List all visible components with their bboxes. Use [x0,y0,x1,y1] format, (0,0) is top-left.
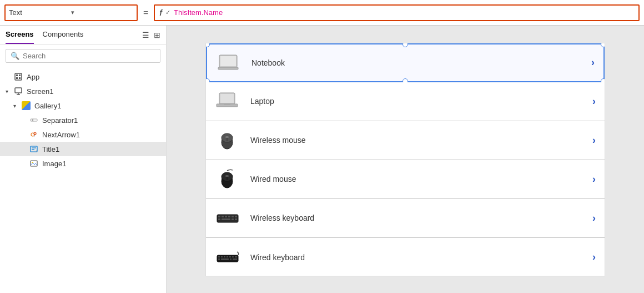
sidebar-item-nextarrow1[interactable]: + NextArrow1 [0,127,166,142]
tab-screens[interactable]: Screens [6,30,34,44]
svg-rect-37 [228,216,230,217]
handle-tr [601,43,605,47]
svg-rect-4 [19,77,21,79]
search-input[interactable] [23,52,155,60]
formula-chevron[interactable]: ✓ [165,9,170,16]
property-chevron[interactable]: ▾ [71,9,133,16]
gallery-container: Notebook › Laptop › [205,43,605,276]
wireless-mouse-arrow[interactable]: › [592,135,596,146]
svg-rect-19 [220,56,236,66]
notebook-arrow[interactable]: › [591,57,595,68]
svg-rect-0 [15,73,22,80]
wireless-mouse-image [215,129,242,151]
svg-rect-20 [218,67,238,69]
title-icon [29,144,39,154]
sidebar-item-separator1[interactable]: Separator1 [0,113,166,127]
sidebar-tab-icons: ☰ ⊞ [142,31,160,44]
formula-bar[interactable]: f ✓ ThisItem.Name [154,4,640,21]
svg-rect-55 [233,259,237,260]
separator1-label: Separator1 [42,116,78,125]
property-label: Text [9,8,71,17]
sidebar: Screens Components ☰ ⊞ 🔍 App [0,26,167,293]
svg-rect-16 [31,161,37,166]
screen1-arrow: ▾ [6,88,11,95]
sidebar-item-gallery1[interactable]: ▾ Gallery1 [0,98,166,113]
svg-rect-34 [218,216,220,217]
sidebar-item-app[interactable]: App [0,69,166,84]
wired-keyboard-image [215,246,242,269]
sidebar-item-image1[interactable]: Image1 [0,156,166,171]
wired-mouse-arrow[interactable]: › [592,173,596,185]
notebook-image [216,52,243,74]
wired-keyboard-name: Wired keyboard [250,253,592,262]
svg-rect-47 [224,256,225,257]
gallery-item-wired-keyboard[interactable]: Wired keyboard › [206,238,605,276]
equals-sign: = [141,8,150,18]
svg-rect-42 [232,218,234,220]
tree-container: App ▾ Screen1 ▾ Gallery1 [0,67,166,293]
title1-label: Title1 [42,145,59,153]
gallery-item-wired-mouse[interactable]: Wired mouse › [206,160,605,199]
wireless-keyboard-name: Wireless keyboard [250,213,592,222]
svg-rect-48 [227,256,228,257]
svg-rect-22 [220,94,234,103]
formula-icon: f [159,8,162,17]
svg-rect-3 [16,77,18,79]
wired-mouse-image [215,168,242,190]
wired-mouse-name: Wired mouse [250,175,592,183]
main-layout: Screens Components ☰ ⊞ 🔍 App [0,26,644,293]
gallery-item-laptop[interactable]: Laptop › [206,82,605,121]
tab-components[interactable]: Components [43,30,84,44]
gallery-item-notebook[interactable]: Notebook › [206,43,605,82]
sidebar-search[interactable]: 🔍 [6,49,160,63]
sidebar-item-screen1[interactable]: ▾ Screen1 [0,84,166,98]
property-selector[interactable]: Text ▾ [4,4,138,21]
svg-rect-46 [221,256,223,257]
screen-icon [13,86,23,96]
svg-rect-41 [222,218,230,220]
svg-rect-2 [19,75,21,76]
laptop-name: Laptop [250,97,592,106]
svg-rect-32 [225,175,229,177]
svg-text:+: + [34,134,36,137]
notebook-name: Notebook [251,58,591,67]
gallery-item-wireless-mouse[interactable]: Wireless mouse › [206,121,605,160]
laptop-image [215,90,242,112]
svg-rect-40 [218,218,220,220]
svg-rect-36 [225,216,227,217]
sidebar-item-title1[interactable]: Title1 [0,142,166,156]
svg-rect-28 [225,136,229,138]
list-view-icon[interactable]: ☰ [142,31,149,39]
svg-rect-52 [218,259,220,260]
svg-rect-39 [235,216,237,217]
wired-keyboard-arrow[interactable]: › [592,251,596,263]
svg-rect-49 [229,256,231,257]
svg-rect-24 [224,104,230,105]
screen1-label: Screen1 [27,87,53,96]
separator-icon [29,115,39,125]
handle-tl [205,43,210,47]
handle-tc [402,43,408,47]
top-bar: Text ▾ = f ✓ ThisItem.Name [0,0,644,26]
svg-rect-45 [218,256,220,257]
svg-rect-38 [232,216,234,217]
svg-rect-8 [31,119,37,121]
grid-view-icon[interactable]: ⊞ [154,31,160,39]
svg-rect-1 [16,75,18,76]
svg-rect-5 [15,88,22,93]
laptop-arrow[interactable]: › [592,96,596,107]
nextarrow1-label: NextArrow1 [42,131,80,139]
svg-rect-53 [221,259,229,260]
gallery-icon [21,101,31,111]
wireless-mouse-name: Wireless mouse [250,136,592,145]
wireless-keyboard-arrow[interactable]: › [592,212,596,224]
svg-rect-51 [235,256,237,257]
sidebar-tabs: Screens Components ☰ ⊞ [0,26,166,44]
svg-rect-35 [222,216,224,217]
formula-text: ThisItem.Name [174,8,223,17]
svg-rect-50 [232,256,234,257]
search-icon: 🔍 [11,52,19,60]
canvas-area: Notebook › Laptop › [167,26,644,293]
gallery-item-wireless-keyboard[interactable]: Wireless keyboard › [206,199,605,238]
app-label: App [27,73,39,81]
